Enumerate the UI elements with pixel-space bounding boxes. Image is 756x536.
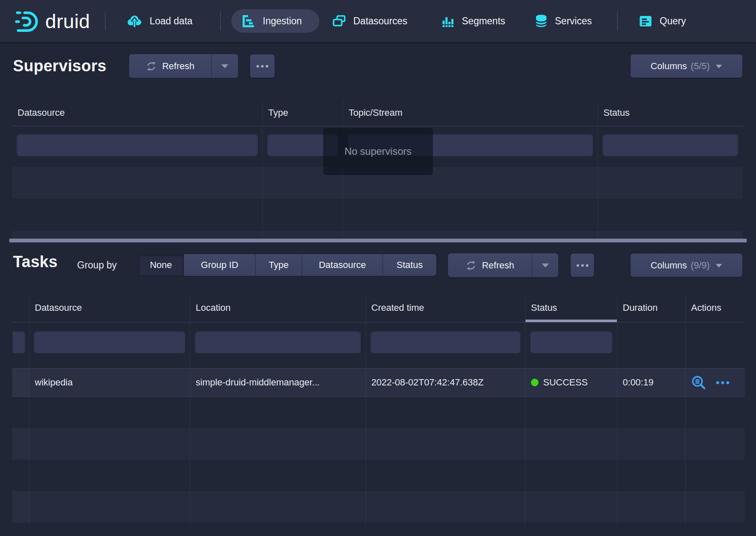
brand-name: druid [45,10,90,33]
druid-logo-icon [15,9,39,33]
gantt-chart-icon [242,14,256,29]
supervisors-title: Supervisors [13,57,106,75]
refresh-icon [466,260,476,271]
more-icon [577,264,588,267]
upload-cloud-icon [126,14,142,28]
group-by-group-id-button[interactable]: Group ID [184,254,255,276]
filter-location-input[interactable] [194,330,361,354]
empty-table-row [12,199,743,231]
nav-item-load-data[interactable]: Load data [126,0,192,42]
status-success-dot [531,379,539,386]
columns-count: (9/9) [691,260,709,271]
chevron-down-icon [715,64,722,69]
nav-item-label: Query [660,16,686,27]
tasks-title: Tasks [13,253,57,271]
column-header-status-sorted[interactable]: Status [526,294,617,322]
nav-item-label: Segments [462,16,505,27]
no-supervisors-message: No supervisors [323,128,433,175]
column-header-expander[interactable] [12,294,29,322]
column-header-location[interactable]: Location [190,294,366,322]
column-header-status-label: Status [531,302,557,313]
supervisors-more-button[interactable] [250,54,275,78]
group-by-status-button[interactable]: Status [383,254,436,276]
task-duration-cell: 0:00:19 [617,369,686,396]
task-row-wikipedia: wikipedia simple-druid-middlemanager... … [12,368,745,397]
empty-table-row [12,460,745,491]
filter-created-time-input[interactable] [370,330,521,354]
navbar: druid Load data Ingestion [0,0,756,42]
tasks-more-button[interactable] [570,253,594,277]
filter-datasource-input[interactable] [16,133,258,156]
nav-item-ingestion[interactable]: Ingestion [242,0,302,42]
group-by-button-group: None Group ID Type Datasource Status [138,254,436,276]
nav-separator [220,11,221,31]
view-detail-magnifier-icon[interactable] [691,375,706,390]
supervisors-header-row: Datasource Type Topic/Stream Status [12,100,743,126]
filter-expander-input[interactable] [12,330,26,354]
nav-item-datasources[interactable]: Datasources [332,0,407,42]
empty-table-row [12,491,745,523]
nav-item-services[interactable]: Services [535,0,592,42]
column-header-datasource[interactable]: Datasource [12,100,263,126]
empty-table-row [12,397,745,428]
tasks-refresh-button[interactable]: Refresh [448,253,532,277]
supervisors-refresh-dropdown-button[interactable] [211,54,238,78]
group-by-datasource-button[interactable]: Datasource [302,254,383,276]
column-header-actions[interactable]: Actions [686,294,745,322]
chevron-down-icon [715,263,722,268]
columns-label: Columns [650,260,687,271]
nav-separator [617,11,618,31]
group-by-type-button[interactable]: Type [255,254,302,276]
tasks-filter-row [12,323,745,368]
columns-label: Columns [650,61,687,72]
tasks-refresh-split: Refresh [448,253,558,277]
status-label: SUCCESS [543,377,588,388]
chevron-down-icon [221,63,229,69]
chevron-down-icon [541,263,549,268]
task-created-time-cell: 2022-08-02T07:42:47.638Z [366,369,526,396]
layers-icon [332,15,346,27]
nav-item-segments[interactable]: Segments [442,0,505,42]
column-header-topic-stream[interactable]: Topic/Stream [343,100,598,126]
supervisors-refresh-split: Refresh [129,54,238,78]
row-expander-cell[interactable] [12,369,29,396]
task-location-cell: simple-druid-middlemanager... [190,369,366,396]
task-status-cell: SUCCESS [526,369,617,396]
tasks-table: Datasource Location Created time Status … [12,294,745,525]
column-header-created-time[interactable]: Created time [366,294,526,322]
row-more-actions-icon[interactable] [716,381,729,384]
column-header-type[interactable]: Type [263,100,343,126]
column-header-duration[interactable]: Duration [617,294,686,322]
filter-status-input[interactable] [602,133,738,156]
supervisors-refresh-button[interactable]: Refresh [129,54,211,78]
nav-item-label: Datasources [353,16,407,27]
bar-chart-icon [442,14,455,28]
empty-table-row [12,231,743,239]
filter-datasource-input[interactable] [34,330,186,354]
tasks-columns-button[interactable]: Columns (9/9) [630,253,743,277]
group-by-label: Group by [77,260,117,271]
nav-item-label: Ingestion [263,16,302,27]
task-datasource-cell: wikipedia [29,369,190,396]
supervisors-columns-button[interactable]: Columns (5/5) [630,54,743,78]
query-document-icon [639,15,652,28]
empty-table-row [12,523,745,525]
empty-table-row [12,428,745,460]
refresh-label: Refresh [482,260,514,271]
tasks-header-row: Datasource Location Created time Status … [12,294,745,323]
sort-indicator [526,320,617,322]
nav-separator [105,11,106,31]
nav-item-label: Load data [150,16,192,27]
filter-status-input[interactable] [530,330,613,354]
tasks-refresh-dropdown-button[interactable] [532,253,558,277]
brand[interactable]: druid [15,0,90,42]
columns-count: (5/5) [691,61,709,72]
column-header-status[interactable]: Status [598,100,743,126]
column-header-datasource[interactable]: Datasource [29,294,190,322]
more-icon [256,65,268,68]
group-by-none-button[interactable]: None [138,254,184,276]
refresh-label: Refresh [162,61,194,72]
nav-item-query[interactable]: Query [639,0,686,42]
nav-item-label: Services [555,16,592,27]
horizontal-scrollbar[interactable] [9,239,747,242]
